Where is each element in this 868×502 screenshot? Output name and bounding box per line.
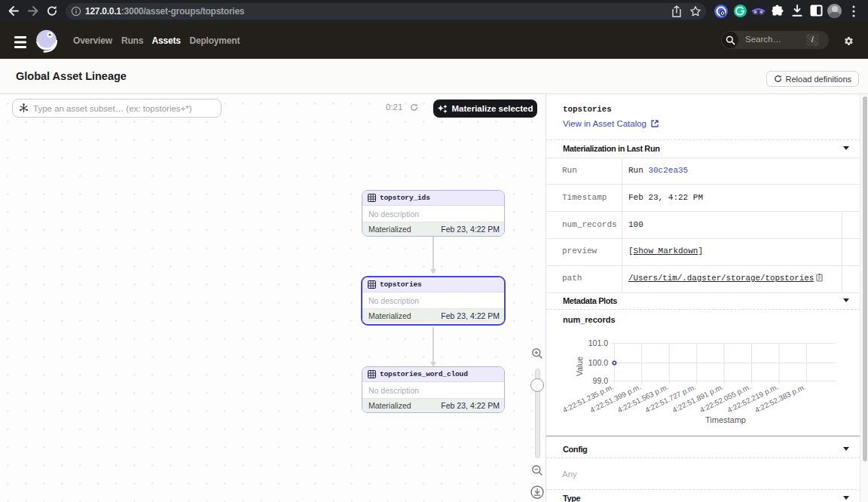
- svg-text:99.0: 99.0: [593, 376, 609, 385]
- svg-text:100.0: 100.0: [588, 358, 608, 367]
- svg-text:101.0: 101.0: [588, 338, 608, 347]
- svg-text:Timestamp: Timestamp: [705, 415, 746, 424]
- svg-text:Value: Value: [575, 357, 584, 376]
